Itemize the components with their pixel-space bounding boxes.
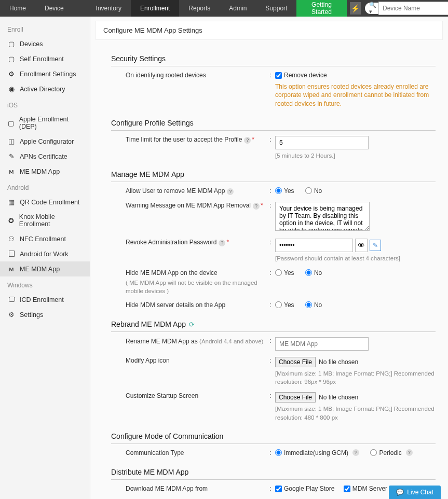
comm-type-label: Communication Type (126, 449, 266, 458)
help-icon[interactable]: ? (219, 240, 225, 246)
sidebar-item-apple-config[interactable]: ◫Apple Configurator (0, 134, 90, 149)
help-icon[interactable]: ? (406, 449, 413, 456)
allow-remove-label: Allow User to remove ME MDM App? (126, 187, 266, 196)
top-nav: Home Device Mgmt Inventory Enrollment Re… (0, 0, 448, 17)
refresh-icon[interactable]: ⟳ (189, 321, 195, 328)
section-manage: Manage ME MDM App (111, 161, 436, 182)
section-comm: Configure Mode of Communication (111, 423, 436, 444)
nav-device-mgmt[interactable]: Device Mgmt (35, 0, 87, 17)
allow-remove-yes[interactable]: Yes (275, 187, 294, 195)
hide-server-yes[interactable]: Yes (275, 301, 294, 309)
sidebar-item-label: Settings (20, 311, 43, 318)
nav-support[interactable]: Support (256, 0, 296, 17)
help-icon[interactable]: ? (253, 203, 260, 210)
briefcase-icon: 🞎 (7, 250, 16, 258)
sidebar-item-label: ME MDM App (20, 168, 60, 175)
rooted-note: This option ensures rooted devices alrea… (275, 82, 436, 108)
help-icon[interactable]: ? (244, 137, 251, 144)
hide-app-yes[interactable]: Yes (275, 269, 294, 276)
revoke-label: Revoke Administration Password?* (126, 239, 266, 262)
nav-admin[interactable]: Admin (220, 0, 256, 17)
edit-password-button[interactable]: ✎ (370, 240, 381, 251)
warning-label: Warning Message on ME MDM App Removal?* (126, 202, 266, 232)
time-limit-input[interactable] (275, 136, 369, 149)
content-area: Configure ME MDM App Settings Security S… (90, 17, 448, 499)
mdm-icon: ᴍ (7, 168, 16, 175)
search-box[interactable]: 🔍▾ (365, 3, 443, 14)
icon-hint: [Maximum size: 1 MB; Image Format: PNG;]… (275, 369, 436, 386)
sidebar-item-knox[interactable]: ✪Knox Mobile Enrollment (0, 210, 90, 231)
help-icon[interactable]: ? (227, 188, 234, 195)
tablet-icon: ▢ (7, 55, 16, 63)
bolt-icon[interactable]: ⚡ (350, 2, 361, 15)
nav-enrollment[interactable]: Enrollment (131, 0, 179, 17)
rename-input[interactable] (275, 337, 369, 351)
sidebar: Enroll ▢Devices ▢Self Enrollment ⚙Enroll… (0, 17, 90, 499)
sidebar-group-ios: iOS (0, 96, 90, 112)
section-rebrand: Rebrand ME MDM App⟳ (111, 311, 436, 332)
sidebar-item-label: Self Enrollment (20, 56, 64, 63)
help-icon[interactable]: ? (352, 449, 359, 456)
sidebar-item-label: Enrollment Settings (20, 71, 76, 78)
hide-server-no[interactable]: No (305, 301, 322, 309)
warning-textarea[interactable] (275, 202, 370, 231)
comm-immediate[interactable]: Immediate(using GCM)? (275, 449, 359, 456)
sidebar-item-label: ICD Enrollment (20, 296, 64, 303)
sidebar-item-qr[interactable]: ▦QR Code Enrollment (0, 195, 90, 210)
sidebar-item-label: Apple Configurator (20, 138, 74, 145)
section-profile: Configure Profile Settings (111, 109, 436, 131)
sidebar-item-devices[interactable]: ▢Devices (0, 36, 90, 51)
sidebar-item-label: Apple Enrollment (DEP) (19, 116, 83, 130)
sidebar-item-active-directory[interactable]: ◉Active Directory (0, 81, 90, 96)
nav-inventory[interactable]: Inventory (87, 0, 131, 17)
section-security: Security Settings (111, 45, 436, 66)
comm-periodic[interactable]: Periodic? (370, 449, 412, 456)
getting-started-button[interactable]: Getting Started (296, 0, 346, 18)
allow-remove-no[interactable]: No (305, 187, 322, 195)
show-password-button[interactable]: 👁 (355, 239, 368, 252)
configurator-icon: ◫ (7, 137, 16, 145)
choose-file-startup-button[interactable]: Choose File (275, 392, 316, 403)
nfc-icon: ⚇ (7, 235, 16, 243)
sidebar-item-me-mdm-ios[interactable]: ᴍME MDM App (0, 164, 90, 179)
nav-home[interactable]: Home (0, 0, 35, 17)
rename-label: Rename ME MDM App as (Android 4.4 and ab… (126, 337, 266, 351)
sidebar-item-settings[interactable]: ⚙Settings (0, 307, 90, 322)
sidebar-item-self-enroll[interactable]: ▢Self Enrollment (0, 51, 90, 66)
sidebar-item-label: ME MDM App (20, 266, 60, 273)
sidebar-item-apple-dep[interactable]: ▢Apple Enrollment (DEP) (0, 112, 90, 134)
sidebar-group-enroll: Enroll (0, 21, 90, 36)
time-limit-label: Time limit for the user to accept the Pr… (126, 136, 266, 160)
nav-reports[interactable]: Reports (179, 0, 220, 17)
page-title: Configure ME MDM App Settings (96, 21, 443, 40)
sidebar-item-label: QR Code Enrollment (20, 199, 79, 206)
sidebar-item-label: APNs Certificate (20, 153, 67, 160)
sidebar-item-apns[interactable]: ✎APNs Certificate (0, 149, 90, 164)
apple-dep-icon: ▢ (7, 119, 15, 127)
remove-device-checkbox[interactable]: Remove device (275, 72, 327, 79)
revoke-password-input[interactable] (275, 239, 353, 252)
sidebar-item-me-mdm-android[interactable]: ᴍME MDM App (0, 261, 90, 276)
search-icon: 🔍▾ (369, 2, 376, 15)
sidebar-item-afw[interactable]: 🞎Android for Work (0, 246, 90, 261)
sidebar-group-windows: Windows (0, 276, 90, 292)
sidebar-item-enroll-settings[interactable]: ⚙Enrollment Settings (0, 66, 90, 81)
modify-icon-label: Modify App icon (126, 357, 266, 386)
revoke-hint: [Password should contain at least 4 char… (275, 254, 436, 262)
certificate-icon: ✎ (7, 153, 16, 160)
pencil-icon: ✎ (373, 242, 378, 249)
device-icon: ▢ (7, 40, 16, 48)
hide-app-no[interactable]: No (305, 269, 322, 276)
gear-icon: ⚙ (7, 311, 16, 318)
sidebar-item-nfc[interactable]: ⚇NFC Enrollment (0, 231, 90, 246)
choose-file-icon-button[interactable]: Choose File (275, 357, 316, 367)
play-store-checkbox[interactable]: Google Play Store (275, 485, 334, 492)
eye-icon: 👁 (358, 241, 365, 249)
live-chat-button[interactable]: 💬 Live Chat (389, 486, 441, 499)
sidebar-item-label: Android for Work (20, 251, 69, 258)
search-input[interactable] (378, 2, 448, 15)
section-distribute: Distribute ME MDM App (111, 459, 436, 480)
sidebar-item-icd[interactable]: 🖵ICD Enrollment (0, 292, 90, 307)
no-file-text: No file chosen (319, 358, 358, 366)
sidebar-item-label: Active Directory (20, 86, 65, 93)
